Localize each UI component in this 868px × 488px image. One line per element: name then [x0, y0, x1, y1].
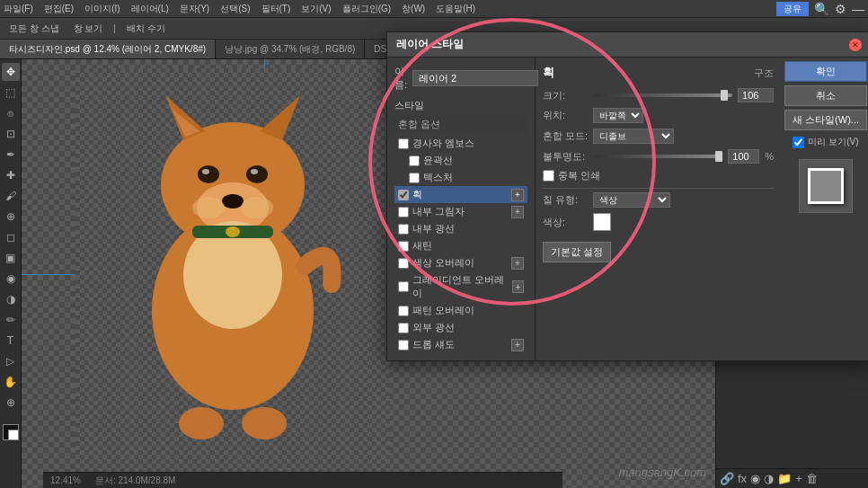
- style-item-inner-glow[interactable]: 내부 광선: [394, 220, 527, 237]
- style-checkbox-inner-glow[interactable]: [398, 224, 409, 235]
- gradient-tool[interactable]: ▣: [2, 249, 20, 267]
- style-item-pattern-overlay[interactable]: 패턴 오버레이: [394, 302, 527, 319]
- menu-item-filter[interactable]: 필터(T): [261, 3, 291, 15]
- menu-item-file[interactable]: 파일(F): [4, 3, 33, 15]
- style-checkbox-color-overlay[interactable]: [398, 258, 409, 269]
- default-button[interactable]: 기본값 설정: [543, 242, 611, 262]
- size-slider[interactable]: [593, 93, 732, 97]
- arrange-btn[interactable]: 배치 수기: [123, 21, 169, 37]
- clone-tool[interactable]: ⊕: [2, 208, 20, 226]
- new-layer-btn[interactable]: +: [795, 472, 802, 485]
- brush-tool[interactable]: 🖌: [2, 187, 20, 205]
- overprint-checkbox[interactable]: [543, 170, 554, 182]
- text-tool[interactable]: T: [2, 332, 20, 350]
- style-checkbox-texture[interactable]: [409, 173, 420, 183]
- select-tool[interactable]: ⬚: [2, 84, 20, 102]
- minimize-icon[interactable]: —: [852, 2, 864, 16]
- style-checkbox-contour[interactable]: [409, 155, 420, 166]
- blending-options-item[interactable]: 혼합 옵션: [394, 116, 527, 133]
- drop-shadow-add-btn[interactable]: +: [511, 339, 524, 351]
- menu-item-view[interactable]: 보기(V): [301, 3, 331, 15]
- tab-1[interactable]: 냥냥.jpg @ 34.7% (배경, RGB/8): [216, 40, 365, 58]
- style-checkbox-satin[interactable]: [398, 241, 409, 252]
- style-checkbox-drop-shadow[interactable]: [398, 340, 409, 350]
- dodge-tool[interactable]: ◑: [2, 290, 20, 308]
- style-item-contour[interactable]: 윤곽선: [394, 152, 527, 169]
- blend-select[interactable]: 디졸브 표준 곱하기: [593, 129, 674, 144]
- shape-tool[interactable]: ▷: [2, 352, 20, 370]
- stroke-add-btn[interactable]: +: [511, 189, 524, 201]
- dialog-close-button[interactable]: ✕: [849, 39, 862, 51]
- layer-style-dialog[interactable]: 레이어 스타일 ✕ 이름: 스타일 혼합 옵션 경사와 엠보: [386, 31, 868, 361]
- menu-item-select[interactable]: 선택(S): [220, 3, 250, 15]
- pen-tool[interactable]: ✏: [2, 311, 20, 329]
- hand-tool[interactable]: ✋: [2, 373, 20, 391]
- opacity-slider-thumb[interactable]: [715, 151, 722, 162]
- move-tool[interactable]: ✥: [2, 63, 20, 81]
- name-input[interactable]: [412, 70, 538, 86]
- style-item-color-overlay[interactable]: 색상 오버레이 +: [394, 254, 527, 271]
- menu-item-layer[interactable]: 레이어(L): [131, 3, 169, 15]
- style-checkbox-gradient-overlay[interactable]: [398, 281, 409, 292]
- style-item-stroke[interactable]: 획 +: [394, 186, 527, 203]
- style-checkbox-stroke[interactable]: [398, 190, 409, 200]
- size-label: 크기:: [543, 89, 588, 102]
- color-overlay-add-btn[interactable]: +: [511, 257, 524, 270]
- style-checkbox-bevel[interactable]: [398, 138, 409, 149]
- cancel-button[interactable]: 취소: [784, 85, 867, 106]
- group-layers-btn[interactable]: 📁: [777, 472, 792, 485]
- style-item-texture[interactable]: 텍스처: [394, 169, 527, 186]
- eyedropper-tool[interactable]: ✒: [2, 146, 20, 164]
- add-mask-btn[interactable]: ◉: [750, 472, 760, 485]
- color-label: 색상:: [543, 216, 588, 229]
- style-item-drop-shadow[interactable]: 드롭 섀도 +: [394, 336, 527, 353]
- color-swatch[interactable]: [593, 213, 611, 231]
- dialog-title: 레이어 스타일: [396, 37, 464, 52]
- inner-shadow-add-btn[interactable]: +: [511, 206, 524, 218]
- style-item-satin[interactable]: 새틴: [394, 237, 527, 254]
- style-item-outer-glow[interactable]: 외부 광선: [394, 319, 527, 336]
- lasso-tool[interactable]: ⌾: [2, 104, 20, 122]
- opacity-input[interactable]: [728, 149, 759, 164]
- heal-tool[interactable]: ✚: [2, 166, 20, 184]
- svg-point-22: [192, 197, 225, 218]
- window-view-btn[interactable]: 창 보기: [70, 21, 107, 37]
- layer-style-btn[interactable]: fx: [738, 472, 747, 485]
- style-list-panel: 이름: 스타일 혼합 옵션 경사와 엠보스 윤곽선: [387, 58, 536, 360]
- style-item-bevel[interactable]: 경사와 엠보스: [394, 135, 527, 152]
- preview-checkbox[interactable]: [793, 137, 804, 148]
- confirm-button[interactable]: 확인: [784, 61, 867, 82]
- menu-item-image[interactable]: 이미지(I): [84, 3, 120, 15]
- menu-item-plugins[interactable]: 플러그인(G): [342, 3, 391, 15]
- menu-item-edit[interactable]: 편집(E): [44, 3, 74, 15]
- link-layers-btn[interactable]: 🔗: [720, 472, 734, 485]
- fill-type-select[interactable]: 색상 그레이디언트 패턴: [593, 192, 670, 208]
- snap-all-windows-btn[interactable]: 모든 창 스냅: [5, 21, 63, 37]
- adjustment-layer-btn[interactable]: ◑: [764, 472, 774, 485]
- foreground-color[interactable]: [3, 424, 19, 440]
- menu-item-help[interactable]: 도움말(H): [436, 3, 475, 15]
- gradient-overlay-add-btn[interactable]: +: [512, 280, 524, 293]
- share-button[interactable]: 공유: [776, 2, 809, 16]
- size-slider-thumb[interactable]: [721, 90, 728, 101]
- blur-tool[interactable]: ◉: [2, 270, 20, 288]
- eraser-tool[interactable]: ◻: [2, 228, 20, 246]
- style-checkbox-pattern-overlay[interactable]: [398, 306, 409, 316]
- menu-item-window[interactable]: 창(W): [402, 3, 425, 15]
- new-style-button[interactable]: 새 스타일(W)...: [784, 110, 867, 130]
- overprint-label[interactable]: 중복 인쇄: [543, 169, 600, 182]
- zoom-tool[interactable]: ⊕: [2, 394, 20, 412]
- size-input[interactable]: [738, 88, 774, 102]
- settings-icon[interactable]: ⚙: [835, 2, 846, 16]
- search-icon[interactable]: 🔍: [814, 2, 829, 16]
- style-checkbox-outer-glow[interactable]: [398, 323, 409, 333]
- position-select[interactable]: 바깥쪽 안쪽 가운데: [593, 108, 643, 123]
- style-item-gradient-overlay[interactable]: 그레이디언트 오버레이 +: [394, 271, 527, 302]
- style-item-inner-shadow[interactable]: 내부 그림자 +: [394, 203, 527, 220]
- menu-item-type[interactable]: 문자(Y): [180, 3, 209, 15]
- crop-tool[interactable]: ⊡: [2, 125, 20, 143]
- delete-layer-btn[interactable]: 🗑: [806, 472, 818, 485]
- tab-0[interactable]: 타시즈디자인.psd @ 12.4% (레이어 2, CMYK/8#): [0, 40, 216, 58]
- style-checkbox-inner-shadow[interactable]: [398, 207, 409, 217]
- opacity-slider[interactable]: [593, 155, 722, 158]
